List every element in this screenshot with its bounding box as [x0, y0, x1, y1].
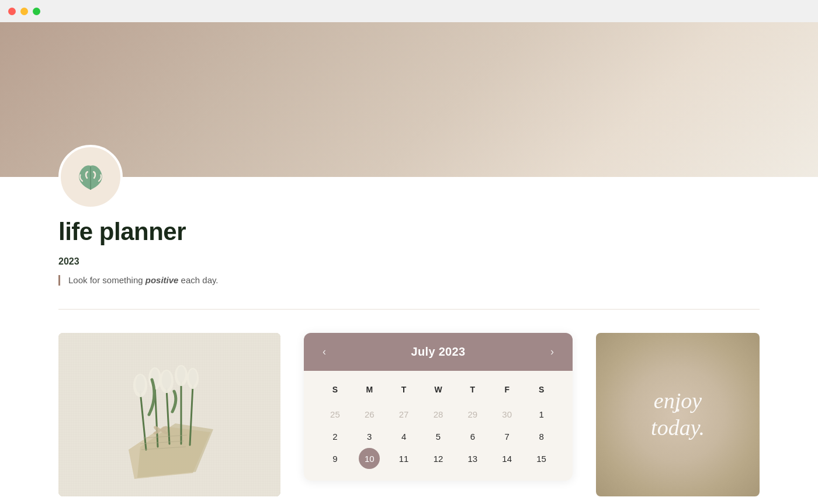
avatar-container: [58, 145, 123, 209]
dow-mon: M: [352, 383, 387, 397]
calendar-day[interactable]: 8: [531, 426, 552, 447]
calendar-day[interactable]: 1: [531, 404, 552, 425]
calendar-days-grid: 25 26 27 28 29 30 1 2 3 4 5 6 7 8 9: [318, 404, 559, 469]
calendar-body: S M T W T F S 25 26 27 28 29 30 1: [304, 371, 573, 481]
dow-thu: T: [455, 383, 490, 397]
calendar-day[interactable]: 7: [497, 426, 518, 447]
calendar-day[interactable]: 28: [428, 404, 449, 425]
svg-point-18: [162, 371, 171, 390]
quote-prefix: Look for something: [68, 275, 145, 285]
calendar-block: ‹ July 2023 › S M T W T F S 25 26: [304, 333, 573, 481]
calendar-day[interactable]: 29: [462, 404, 483, 425]
photo-block: [58, 333, 280, 496]
page-title: life planner: [58, 218, 760, 246]
minimize-button[interactable]: [20, 8, 28, 15]
calendar-month-title: July 2023: [411, 345, 466, 359]
calendar-day[interactable]: 5: [428, 426, 449, 447]
content-grid: ‹ July 2023 › S M T W T F S 25 26: [58, 333, 760, 496]
quote-suffix: each day.: [178, 275, 218, 285]
svg-point-16: [136, 375, 145, 394]
year-label: 2023: [58, 256, 760, 267]
quote-block: Look for something positive each day.: [58, 275, 760, 286]
tulips-photo: [58, 333, 280, 496]
hero-banner: [0, 22, 818, 177]
calendar-day[interactable]: 15: [531, 448, 552, 469]
fullscreen-button[interactable]: [33, 8, 40, 15]
calendar-day[interactable]: 2: [324, 426, 345, 447]
quote-text: Look for something positive each day.: [68, 275, 219, 285]
dow-sun: S: [318, 383, 352, 397]
calendar-day[interactable]: 26: [359, 404, 380, 425]
calendar-day[interactable]: 30: [497, 404, 518, 425]
calendar-day[interactable]: 14: [497, 448, 518, 469]
main-content: life planner 2023 Look for something pos…: [0, 177, 818, 504]
calendar-day[interactable]: 13: [462, 448, 483, 469]
avatar: [58, 145, 123, 209]
calendar-header: ‹ July 2023 ›: [304, 333, 573, 371]
window-chrome: [0, 0, 818, 22]
calendar-day[interactable]: 25: [324, 404, 345, 425]
calendar-day[interactable]: 6: [462, 426, 483, 447]
dow-fri: F: [490, 383, 524, 397]
section-divider: [58, 309, 760, 310]
calendar-next-button[interactable]: ›: [546, 343, 559, 360]
calendar-today[interactable]: 10: [359, 448, 380, 469]
svg-point-20: [189, 369, 197, 385]
calendar-day[interactable]: 4: [393, 426, 414, 447]
svg-point-19: [177, 366, 185, 383]
dow-tue: T: [387, 383, 421, 397]
close-button[interactable]: [8, 8, 16, 15]
calendar-day[interactable]: 12: [428, 448, 449, 469]
dow-sat: S: [524, 383, 559, 397]
calendar-day[interactable]: 9: [324, 448, 345, 469]
tulips-illustration: [58, 333, 280, 496]
enjoy-today-card: enjoy today.: [596, 333, 760, 496]
enjoy-line2: today.: [651, 415, 705, 440]
calendar-dow-row: S M T W T F S: [318, 383, 559, 397]
enjoy-today-text: enjoy today.: [651, 388, 705, 441]
calendar-prev-button[interactable]: ‹: [318, 343, 331, 360]
calendar-day[interactable]: 27: [393, 404, 414, 425]
dow-wed: W: [421, 383, 456, 397]
monstera-leaf-icon: [70, 157, 111, 197]
quote-italic-word: positive: [145, 275, 179, 285]
decorative-dot: [677, 409, 680, 412]
calendar-day[interactable]: 11: [393, 448, 414, 469]
calendar-day[interactable]: 3: [359, 426, 380, 447]
